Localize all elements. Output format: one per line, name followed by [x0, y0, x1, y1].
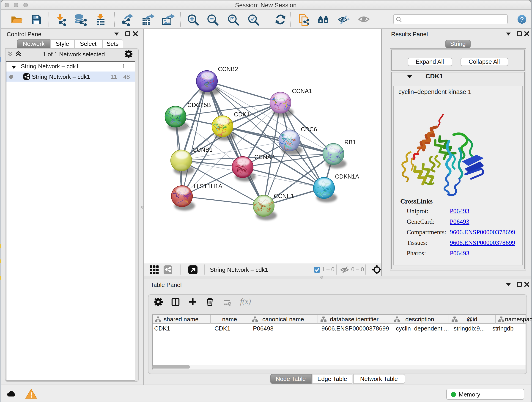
svg-text:CDKN1A: CDKN1A	[335, 173, 359, 180]
svg-text:CDK1: CDK1	[234, 111, 249, 118]
svg-text:CDC6: CDC6	[301, 126, 317, 133]
svg-text:HIST1H1A: HIST1H1A	[194, 182, 222, 189]
svg-text:CCNB1: CCNB1	[192, 146, 212, 153]
svg-text:CCNA2: CCNA2	[254, 153, 274, 160]
svg-text:CDC25B: CDC25B	[187, 101, 211, 108]
svg-text:CCNE1: CCNE1	[273, 192, 294, 199]
svg-text:?: ?	[520, 16, 524, 23]
svg-text:CCNA1: CCNA1	[292, 87, 312, 94]
svg-text:RB1: RB1	[344, 138, 356, 145]
svg-text:CCNB2: CCNB2	[218, 65, 238, 72]
